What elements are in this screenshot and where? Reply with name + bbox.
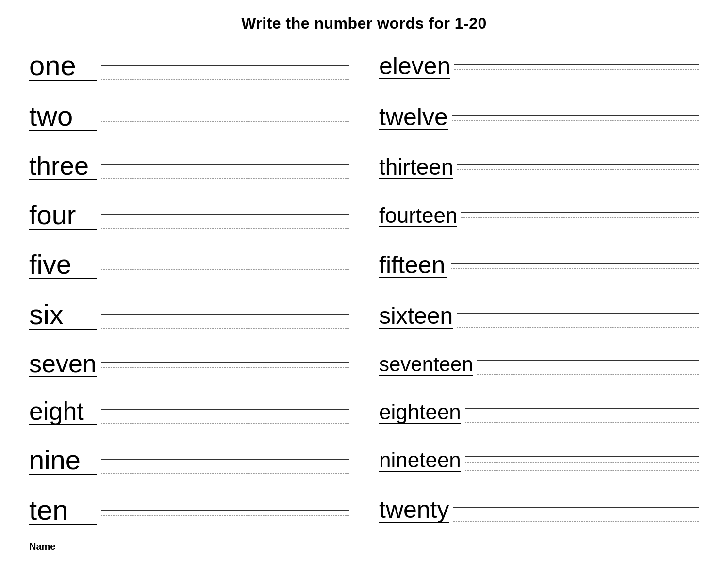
row-ten: ten — [29, 496, 349, 525]
solid-line — [101, 459, 349, 460]
row-eight: eight — [29, 398, 349, 425]
write-area-ten[interactable] — [101, 510, 349, 525]
word-fifteen: fifteen — [379, 253, 447, 278]
dotted-line-2 — [101, 278, 349, 278]
dotted-line-2 — [454, 78, 699, 78]
dotted-line — [465, 414, 699, 414]
write-area-eighteen[interactable] — [465, 408, 699, 424]
dotted-line — [457, 169, 699, 170]
write-area-four[interactable] — [101, 214, 349, 230]
left-column: onetwothreefourfivesixseveneightnineten — [19, 41, 359, 536]
solid-line — [454, 64, 699, 65]
dotted-line-2 — [101, 376, 349, 376]
column-divider — [364, 41, 364, 536]
right-column: eleventwelvethirteenfourteenfifteensixte… — [369, 41, 709, 536]
dotted-line-2 — [457, 178, 699, 178]
dotted-line — [101, 220, 349, 220]
dotted-line-2 — [101, 524, 349, 524]
write-area-six[interactable] — [101, 314, 349, 330]
write-area-twelve[interactable] — [452, 115, 699, 130]
word-fourteen: fourteen — [379, 205, 457, 227]
word-four: four — [29, 201, 97, 230]
dotted-line — [101, 71, 349, 71]
dotted-line-2 — [453, 521, 699, 522]
row-two: two — [29, 102, 349, 131]
page-title: Write the number words for 1-20 — [241, 15, 487, 33]
word-twelve: twelve — [379, 105, 448, 130]
solid-line — [457, 164, 699, 165]
write-area-seven[interactable] — [101, 362, 349, 377]
write-area-thirteen[interactable] — [457, 164, 699, 179]
dotted-line — [477, 366, 699, 366]
row-four: four — [29, 201, 349, 230]
row-one: one — [29, 51, 349, 81]
solid-line — [101, 164, 349, 165]
dotted-line — [454, 69, 699, 70]
solid-line — [101, 314, 349, 315]
row-eleven: eleven — [379, 54, 699, 79]
row-thirteen: thirteen — [379, 156, 699, 179]
solid-line — [101, 362, 349, 363]
row-eighteen: eighteen — [379, 401, 699, 424]
word-ten: ten — [29, 496, 97, 525]
dotted-line — [101, 170, 349, 170]
write-area-one[interactable] — [101, 65, 349, 81]
write-area-nineteen[interactable] — [465, 456, 699, 472]
word-seventeen: seventeen — [379, 354, 473, 376]
word-eleven: eleven — [379, 54, 450, 79]
content: onetwothreefourfivesixseveneightnineten … — [19, 41, 709, 536]
dotted-line-2 — [101, 423, 349, 424]
write-area-three[interactable] — [101, 164, 349, 180]
dotted-line-2 — [457, 327, 699, 328]
dotted-line — [101, 320, 349, 320]
page: Write the number words for 1-20 onetwoth… — [0, 0, 728, 562]
dotted-line-2 — [465, 470, 699, 471]
word-five: five — [29, 251, 97, 279]
row-nineteen: nineteen — [379, 449, 699, 472]
word-eight: eight — [29, 398, 97, 425]
solid-line — [461, 212, 699, 213]
word-twenty: twenty — [379, 497, 449, 523]
word-eighteen: eighteen — [379, 401, 461, 424]
write-area-nine[interactable] — [101, 459, 349, 475]
solid-line — [101, 65, 349, 66]
solid-line — [452, 115, 699, 116]
name-row: Name — [19, 541, 709, 552]
word-two: two — [29, 102, 97, 131]
solid-line — [465, 408, 699, 409]
dotted-line — [461, 217, 699, 218]
solid-line — [101, 409, 349, 410]
write-area-two[interactable] — [101, 116, 349, 131]
dotted-line — [457, 319, 699, 319]
row-five: five — [29, 251, 349, 279]
write-area-eleven[interactable] — [454, 64, 699, 79]
dotted-line-2 — [101, 328, 349, 329]
solid-line — [101, 510, 349, 511]
write-area-twenty[interactable] — [453, 507, 699, 523]
row-six: six — [29, 300, 349, 330]
dotted-line — [101, 415, 349, 415]
dotted-line — [452, 120, 699, 121]
name-line[interactable] — [72, 552, 699, 552]
dotted-line-2 — [452, 129, 699, 129]
write-area-seventeen[interactable] — [477, 360, 699, 376]
word-nine: nine — [29, 446, 97, 475]
word-one: one — [29, 51, 97, 81]
row-seventeen: seventeen — [379, 354, 699, 376]
word-thirteen: thirteen — [379, 156, 453, 179]
write-area-fourteen[interactable] — [461, 212, 699, 227]
dotted-line — [101, 121, 349, 122]
name-label: Name — [29, 541, 68, 552]
dotted-line-2 — [465, 422, 699, 423]
dotted-line-2 — [101, 178, 349, 179]
dotted-line — [101, 367, 349, 368]
write-area-five[interactable] — [101, 264, 349, 279]
write-area-eight[interactable] — [101, 409, 349, 425]
dotted-line — [453, 513, 699, 513]
write-area-fifteen[interactable] — [451, 263, 699, 278]
solid-line — [477, 360, 699, 361]
write-area-sixteen[interactable] — [457, 313, 699, 329]
word-sixteen: sixteen — [379, 304, 453, 329]
solid-line — [451, 263, 699, 264]
dotted-line-2 — [101, 79, 349, 80]
